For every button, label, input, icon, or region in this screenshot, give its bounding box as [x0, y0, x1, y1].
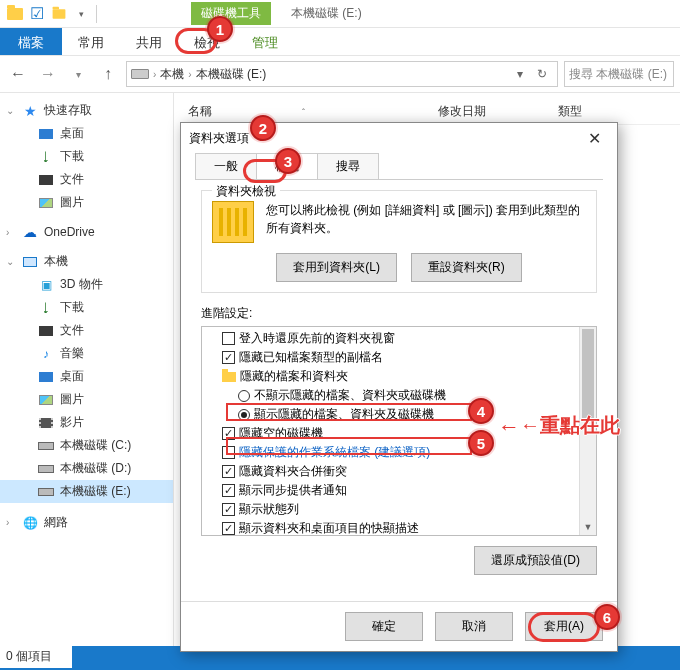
col-type[interactable]: 類型: [558, 103, 622, 120]
dialog-close-button[interactable]: ✕: [580, 127, 609, 150]
sort-indicator-icon: ˆ: [302, 107, 305, 117]
qat-dropdown-icon[interactable]: ▾: [70, 3, 92, 25]
nav-sidebar: ⌄★快速存取 桌面 ⭣下載 文件 圖片 ›☁OneDrive ⌄本機 ▣3D 物…: [0, 93, 174, 646]
sidebar-item-label: 快速存取: [44, 102, 92, 119]
qat-new-icon[interactable]: [48, 3, 70, 25]
sidebar-drive-c[interactable]: 本機磁碟 (C:): [0, 434, 173, 457]
advanced-settings-label: 進階設定:: [201, 305, 597, 322]
sidebar-item-label: OneDrive: [44, 225, 95, 239]
annotation-arrow: ←: [498, 414, 520, 440]
folder-icon: [222, 372, 236, 382]
address-refresh-icon[interactable]: ↻: [531, 67, 553, 81]
sidebar-item-label: 本機: [44, 253, 68, 270]
sidebar-drive-d[interactable]: 本機磁碟 (D:): [0, 457, 173, 480]
nav-forward-button: →: [36, 62, 60, 86]
annotation-badge-4: 4: [468, 398, 494, 424]
sidebar-documents[interactable]: 文件: [0, 168, 173, 191]
option-label: 隱藏保護的作業系統檔案 (建議選項): [239, 444, 430, 461]
opt-show-sync-notif[interactable]: 顯示同步提供者通知: [204, 481, 594, 500]
search-placeholder: 搜尋 本機磁碟 (E:): [569, 66, 667, 83]
sidebar-item-label: 桌面: [60, 125, 84, 142]
opt-dont-show-hidden[interactable]: 不顯示隱藏的檔案、資料夾或磁碟機: [204, 386, 594, 405]
address-bar[interactable]: › 本機 › 本機磁碟 (E:) ▾ ↻: [126, 61, 558, 87]
nav-back-button[interactable]: ←: [6, 62, 30, 86]
tab-share[interactable]: 共用: [120, 28, 178, 55]
option-label: 隱藏的檔案和資料夾: [240, 368, 348, 385]
sidebar-item-label: 下載: [60, 148, 84, 165]
reset-folders-button[interactable]: 重設資料夾(R): [411, 253, 522, 282]
window-titlebar: ☑ ▾ 磁碟機工具 本機磁碟 (E:): [0, 0, 680, 28]
sidebar-item-label: 本機磁碟 (C:): [60, 437, 131, 454]
sidebar-onedrive[interactable]: ›☁OneDrive: [0, 222, 173, 242]
nav-recent-dropdown[interactable]: ▾: [66, 62, 90, 86]
ribbon-tabs: 檔案 常用 共用 檢視 管理: [0, 28, 680, 56]
sidebar-pictures-pc[interactable]: 圖片: [0, 388, 173, 411]
opt-hide-extensions[interactable]: 隱藏已知檔案類型的副檔名: [204, 348, 594, 367]
dialog-title: 資料夾選項: [189, 130, 249, 147]
sidebar-videos[interactable]: 影片: [0, 411, 173, 434]
option-label: 顯示同步提供者通知: [239, 482, 347, 499]
annotation-hint-text: ←重點在此: [520, 412, 620, 439]
opt-hidden-group[interactable]: 隱藏的檔案和資料夾: [204, 367, 594, 386]
dialog-tab-search[interactable]: 搜尋: [317, 153, 379, 179]
sidebar-3d-objects[interactable]: ▣3D 物件: [0, 273, 173, 296]
col-name[interactable]: 名稱: [188, 103, 212, 120]
annotation-badge-6: 6: [594, 604, 620, 630]
breadcrumb-sep: ›: [188, 69, 191, 80]
tab-manage[interactable]: 管理: [236, 28, 294, 55]
option-label: 顯示隱藏的檔案、資料夾及磁碟機: [254, 406, 434, 423]
breadcrumb-drive-e[interactable]: 本機磁碟 (E:): [196, 66, 267, 83]
ok-button[interactable]: 確定: [345, 612, 423, 641]
dialog-tab-general[interactable]: 一般: [195, 153, 257, 179]
opt-hide-merge-conflicts[interactable]: 隱藏資料夾合併衝突: [204, 462, 594, 481]
sidebar-downloads-pc[interactable]: ⭣下載: [0, 296, 173, 319]
sidebar-drive-e[interactable]: 本機磁碟 (E:): [0, 480, 173, 503]
option-label: 登入時還原先前的資料夾視窗: [239, 330, 395, 347]
tab-home[interactable]: 常用: [62, 28, 120, 55]
annotation-badge-5: 5: [468, 430, 494, 456]
search-input[interactable]: 搜尋 本機磁碟 (E:): [564, 61, 674, 87]
sidebar-item-label: 下載: [60, 299, 84, 316]
dialog-titlebar: 資料夾選項 ✕: [181, 123, 617, 153]
option-label: 隱藏資料夾合併衝突: [239, 463, 347, 480]
folder-views-group: 資料夾檢視 您可以將此檢視 (例如 [詳細資料] 或 [圖示]) 套用到此類型的…: [201, 190, 597, 293]
scroll-thumb[interactable]: [582, 329, 594, 419]
sidebar-network[interactable]: ›🌐網路: [0, 511, 173, 534]
file-tab[interactable]: 檔案: [0, 28, 62, 55]
folder-view-description: 您可以將此檢視 (例如 [詳細資料] 或 [圖示]) 套用到此類型的所有資料夾。: [266, 201, 586, 243]
sidebar-desktop[interactable]: 桌面: [0, 122, 173, 145]
scroll-down-icon[interactable]: ▼: [580, 519, 596, 535]
status-item-count: 0 個項目: [0, 644, 72, 668]
folder-options-dialog: 資料夾選項 ✕ 一般 檢視 搜尋 資料夾檢視 您可以將此檢視 (例如 [詳細資料…: [180, 122, 618, 652]
annotation-badge-1: 1: [207, 16, 233, 42]
sidebar-music[interactable]: ♪音樂: [0, 342, 173, 365]
sidebar-item-label: 3D 物件: [60, 276, 103, 293]
cancel-button[interactable]: 取消: [435, 612, 513, 641]
opt-show-status-bar[interactable]: 顯示狀態列: [204, 500, 594, 519]
restore-defaults-button[interactable]: 還原成預設值(D): [474, 546, 597, 575]
sidebar-pictures[interactable]: 圖片: [0, 191, 173, 214]
sidebar-desktop-pc[interactable]: 桌面: [0, 365, 173, 388]
option-label: 隱藏已知檔案類型的副檔名: [239, 349, 383, 366]
sidebar-this-pc[interactable]: ⌄本機: [0, 250, 173, 273]
sidebar-downloads[interactable]: ⭣下載: [0, 145, 173, 168]
annotation-badge-3: 3: [275, 148, 301, 174]
sidebar-quick-access[interactable]: ⌄★快速存取: [0, 99, 173, 122]
breadcrumb-thispc[interactable]: 本機: [160, 66, 184, 83]
col-modified[interactable]: 修改日期: [438, 103, 558, 120]
sidebar-item-label: 桌面: [60, 368, 84, 385]
opt-hide-protected-os[interactable]: 隱藏保護的作業系統檔案 (建議選項): [204, 443, 594, 462]
sidebar-documents-pc[interactable]: 文件: [0, 319, 173, 342]
apply-button[interactable]: 套用(A): [525, 612, 603, 641]
sidebar-item-label: 本機磁碟 (E:): [60, 483, 131, 500]
address-row: ← → ▾ ↑ › 本機 › 本機磁碟 (E:) ▾ ↻ 搜尋 本機磁碟 (E:…: [0, 56, 680, 92]
opt-restore-previous[interactable]: 登入時還原先前的資料夾視窗: [204, 329, 594, 348]
nav-up-button[interactable]: ↑: [96, 62, 120, 86]
qat-properties-icon[interactable]: ☑: [26, 3, 48, 25]
apply-to-folders-button[interactable]: 套用到資料夾(L): [276, 253, 397, 282]
option-label: 隱藏空的磁碟機: [239, 425, 323, 442]
sidebar-item-label: 本機磁碟 (D:): [60, 460, 131, 477]
sidebar-item-label: 網路: [44, 514, 68, 531]
opt-show-popup-desc[interactable]: 顯示資料夾和桌面項目的快顯描述: [204, 519, 594, 536]
address-dropdown-icon[interactable]: ▾: [509, 67, 531, 81]
